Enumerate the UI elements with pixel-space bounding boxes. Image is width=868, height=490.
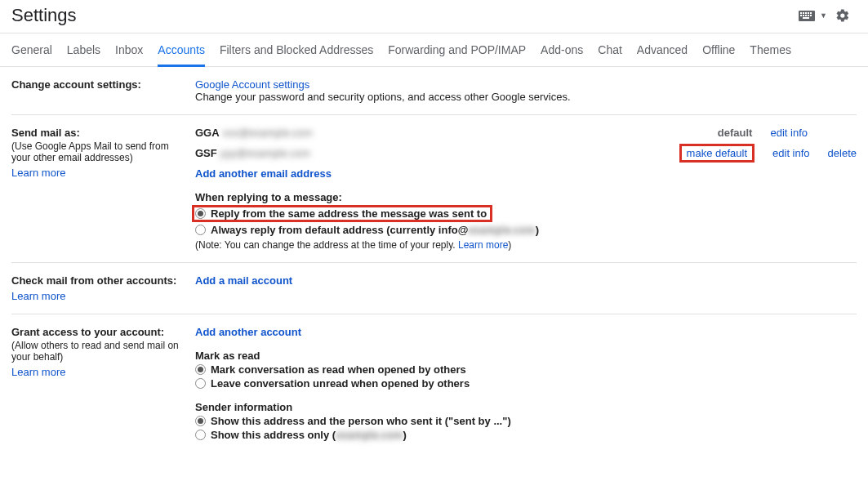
alias-name: GSF [195, 147, 217, 159]
tab-offline[interactable]: Offline [702, 37, 735, 66]
svg-rect-9 [808, 15, 809, 16]
sender-info-heading: Sender information [195, 401, 857, 413]
alias-email-blurred: xxx@example.com [223, 127, 313, 139]
delete-link[interactable]: delete [828, 147, 857, 159]
alias-name: GGA [195, 127, 220, 139]
tab-themes[interactable]: Themes [750, 37, 791, 66]
tab-labels[interactable]: Labels [67, 37, 100, 66]
default-label: default [718, 127, 753, 139]
mark-as-read-heading: Mark as read [195, 350, 857, 362]
tab-addons[interactable]: Add-ons [541, 37, 583, 66]
google-account-settings-link[interactable]: Google Account settings [195, 78, 309, 91]
check-mail-learn-more-link[interactable]: Learn more [11, 290, 65, 302]
top-icons: ▼ [799, 8, 857, 23]
add-another-account-link[interactable]: Add another account [195, 326, 301, 338]
tab-chat[interactable]: Chat [598, 37, 622, 66]
page-title: Settings [11, 5, 77, 26]
section-change-account: Change account settings: Google Account … [11, 67, 857, 115]
reply-note: (Note: You can change the address at the… [195, 239, 857, 251]
dropdown-arrow-icon[interactable]: ▼ [820, 11, 827, 20]
svg-rect-2 [803, 12, 804, 14]
leave-unread-radio[interactable] [195, 378, 206, 389]
make-default-link[interactable]: make default [687, 147, 747, 159]
edit-info-link[interactable]: edit info [770, 127, 808, 139]
check-mail-label: Check mail from other accounts: [11, 274, 187, 287]
svg-rect-11 [803, 17, 809, 19]
add-mail-account-link[interactable]: Add a mail account [195, 274, 292, 287]
send-mail-label: Send mail as: [11, 127, 187, 139]
section-send-mail: Send mail as: (Use Google Apps Mail to s… [11, 115, 857, 263]
reply-default-label: Always reply from default address (curre… [211, 224, 539, 236]
reply-same-address-label: Reply from the same address the message … [211, 207, 487, 220]
send-mail-sub: (Use Google Apps Mail to send from your … [11, 140, 187, 163]
tabs-bar: General Labels Inbox Accounts Filters an… [0, 33, 868, 67]
tab-inbox[interactable]: Inbox [115, 37, 143, 66]
show-address-only-label: Show this address only (example.com) [211, 429, 407, 441]
svg-rect-7 [803, 15, 804, 16]
section-grant-access: Grant access to your account: (Allow oth… [11, 314, 857, 454]
reply-heading: When replying to a message: [195, 191, 857, 203]
show-address-and-sender-radio[interactable] [195, 416, 206, 426]
grant-access-sub: (Allow others to read and send mail on y… [11, 340, 187, 363]
svg-rect-1 [800, 12, 802, 14]
make-default-highlight: make default [679, 144, 754, 163]
reply-default-radio[interactable] [195, 225, 206, 235]
gear-icon[interactable] [835, 8, 850, 23]
change-account-label: Change account settings: [11, 78, 187, 91]
svg-rect-4 [808, 12, 809, 14]
add-another-email-link[interactable]: Add another email address [195, 167, 332, 180]
grant-access-label: Grant access to your account: [11, 326, 187, 338]
grant-access-learn-more-link[interactable]: Learn more [11, 366, 65, 378]
send-mail-row-0: GGA xxx@example.com default edit info [195, 127, 857, 139]
tab-forwarding[interactable]: Forwarding and POP/IMAP [388, 37, 526, 66]
tab-filters[interactable]: Filters and Blocked Addresses [220, 37, 373, 66]
reply-same-address-radio[interactable] [195, 208, 206, 219]
svg-rect-8 [805, 15, 807, 16]
leave-unread-label: Leave conversation unread when opened by… [211, 377, 470, 390]
send-mail-learn-more-link[interactable]: Learn more [11, 167, 65, 179]
svg-rect-10 [810, 15, 812, 16]
reply-default-row: Always reply from default address (curre… [195, 224, 857, 236]
edit-info-link[interactable]: edit info [772, 147, 810, 159]
svg-rect-5 [810, 12, 812, 14]
show-address-only-radio[interactable] [195, 430, 206, 440]
section-check-mail: Check mail from other accounts: Learn mo… [11, 263, 857, 314]
change-account-desc: Change your password and security option… [195, 91, 857, 103]
tab-accounts[interactable]: Accounts [158, 37, 205, 67]
mark-read-label: Mark conversation as read when opened by… [211, 363, 466, 376]
reply-option-highlight: Reply from the same address the message … [192, 205, 492, 222]
alias-email-blurred: yyy@example.com [220, 147, 310, 159]
tab-advanced[interactable]: Advanced [637, 37, 688, 66]
tab-general[interactable]: General [11, 37, 52, 66]
svg-rect-6 [800, 15, 802, 16]
reply-note-learn-more-link[interactable]: Learn more [458, 239, 508, 251]
svg-rect-3 [805, 12, 807, 14]
show-address-and-sender-label: Show this address and the person who sen… [211, 415, 511, 427]
send-mail-row-1: GSF yyy@example.com make default edit in… [195, 144, 857, 163]
keyboard-icon[interactable] [799, 11, 815, 21]
mark-read-radio[interactable] [195, 364, 206, 375]
